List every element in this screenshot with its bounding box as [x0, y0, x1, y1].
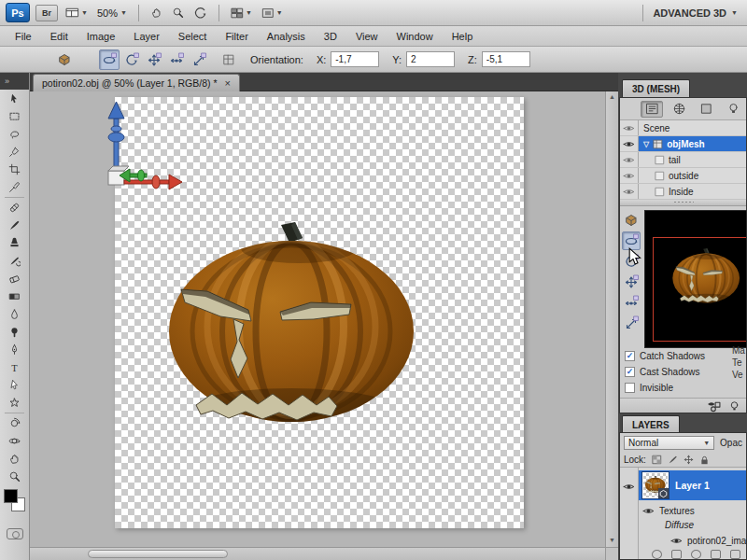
mask-icon[interactable] [711, 550, 721, 559]
panel-splitter[interactable] [620, 200, 746, 206]
menu-item-window[interactable]: Window [388, 31, 443, 42]
checkbox-cast-shadows[interactable]: ✓Cast Shadows [622, 364, 705, 380]
pan-3d-object-button[interactable] [144, 49, 164, 70]
tool-pen[interactable] [0, 341, 28, 358]
tools-panel-collapse[interactable]: » [0, 73, 29, 90]
tool-clone-stamp[interactable] [0, 234, 28, 252]
menu-item-filter[interactable]: Filter [216, 31, 257, 42]
tool-type[interactable]: T [0, 358, 28, 376]
tool-dodge[interactable] [0, 323, 28, 341]
checked-checkbox-icon[interactable]: ✓ [625, 351, 635, 361]
toggle-overlays-icon[interactable] [707, 399, 721, 413]
filter-lights-button[interactable] [722, 101, 744, 118]
screen-mode-button[interactable]: ▼ [260, 5, 285, 21]
tool-brush[interactable] [0, 217, 28, 234]
link-icon[interactable] [652, 550, 662, 559]
tree-row-inside[interactable]: Inside [620, 184, 746, 200]
tool-custom-shape[interactable] [0, 394, 28, 412]
rotate-view-button[interactable] [191, 4, 209, 21]
tab-layers[interactable]: LAYERS [622, 415, 680, 433]
orientation-y-field[interactable] [406, 51, 455, 67]
drag-mesh-button[interactable] [622, 273, 641, 291]
menu-item-3d[interactable]: 3D [315, 31, 346, 42]
tool-quick-selection[interactable] [0, 143, 28, 161]
menu-item-select[interactable]: Select [169, 31, 217, 42]
eye-icon[interactable] [623, 170, 635, 182]
eye-icon[interactable] [623, 186, 635, 198]
tree-row-tail[interactable]: tail [620, 152, 746, 168]
eye-icon[interactable] [670, 535, 683, 547]
lock-all-icon[interactable] [699, 455, 710, 465]
tool-rectangular-marquee[interactable] [0, 107, 28, 125]
tool-3d-rotate[interactable] [0, 414, 28, 432]
unchecked-checkbox-icon[interactable] [625, 383, 635, 393]
checked-checkbox-icon[interactable]: ✓ [625, 367, 635, 377]
scale-mesh-button[interactable] [622, 314, 641, 332]
tool-gradient[interactable] [0, 287, 28, 305]
tool-zoom[interactable] [0, 468, 28, 485]
scroll-up-icon[interactable]: ▲ [606, 91, 618, 103]
toggle-lights-icon[interactable] [728, 399, 740, 412]
eye-icon[interactable] [642, 505, 655, 517]
document-tab[interactable]: potiron02.obj @ 50% (Layer 1, RGB/8) * × [33, 74, 240, 91]
layer-name[interactable]: Layer 1 [675, 480, 710, 491]
view-extras-button[interactable]: ▼ [63, 4, 90, 21]
workspace-switcher[interactable]: ADVANCED 3D ▼ [653, 7, 741, 19]
orientation-z-field[interactable] [482, 51, 530, 67]
checkbox-invisible[interactable]: Invisible [622, 380, 705, 396]
slide-3d-object-button[interactable] [166, 49, 187, 70]
lock-transparency-icon[interactable] [652, 455, 662, 465]
lock-pixels-icon[interactable] [668, 455, 678, 465]
tree-row-objmesh[interactable]: ▽ objMesh [620, 136, 746, 152]
new-layer-icon[interactable] [730, 550, 740, 559]
tree-row-outside[interactable]: outside [620, 168, 746, 184]
menu-item-view[interactable]: View [346, 31, 388, 42]
menu-item-file[interactable]: File [6, 31, 41, 42]
tool-blur[interactable] [0, 305, 28, 323]
eye-icon[interactable] [623, 122, 635, 134]
zoom-tool-button[interactable] [170, 5, 186, 21]
tool-history-brush[interactable] [0, 252, 28, 270]
3d-axis-widget[interactable] [89, 100, 187, 198]
tool-3d-orbit[interactable] [0, 432, 28, 450]
menu-item-analysis[interactable]: Analysis [258, 31, 315, 42]
tool-crop[interactable] [0, 161, 28, 178]
mesh-object-button[interactable] [622, 211, 641, 230]
orientation-x-field[interactable] [331, 51, 379, 67]
canvas-area[interactable] [30, 91, 605, 547]
quick-mask-button[interactable] [7, 528, 23, 539]
eye-icon[interactable] [623, 154, 635, 166]
menu-item-layer[interactable]: Layer [124, 31, 169, 42]
tool-hand[interactable] [0, 450, 28, 468]
expander-icon[interactable]: ▽ [643, 140, 649, 148]
tool-move[interactable] [0, 90, 28, 107]
adjustment-icon[interactable] [691, 550, 701, 559]
tool-lasso[interactable] [0, 125, 28, 143]
zoom-level-dropdown[interactable]: 50% ▼ [95, 7, 129, 19]
filter-whole-scene-button[interactable] [641, 101, 663, 118]
tool-spot-healing-brush[interactable] [0, 199, 28, 217]
launch-bridge-button[interactable]: Br [35, 5, 58, 21]
reset-position-button[interactable] [218, 49, 239, 70]
filter-meshes-button[interactable] [668, 101, 690, 118]
textures-group-row[interactable]: Textures [642, 505, 695, 517]
lock-position-icon[interactable] [684, 455, 694, 465]
menu-item-edit[interactable]: Edit [41, 31, 78, 42]
foreground-color-swatch[interactable] [4, 489, 18, 503]
tab-3d-mesh[interactable]: 3D (MESH) [622, 79, 690, 97]
filter-materials-button[interactable] [695, 101, 717, 118]
menu-item-image[interactable]: Image [78, 31, 125, 42]
vertical-scrollbar[interactable]: ▲ ▼ [605, 91, 618, 547]
rotate-3d-object-button[interactable] [99, 49, 120, 70]
tree-row-scene[interactable]: Scene [620, 120, 746, 136]
slide-mesh-button[interactable] [622, 293, 641, 312]
fx-icon[interactable] [671, 550, 682, 559]
scrollbar-thumb[interactable] [88, 550, 228, 558]
layer-thumbnail[interactable] [642, 472, 669, 498]
tool-path-selection[interactable] [0, 376, 28, 394]
scale-3d-object-button[interactable] [189, 49, 209, 70]
tool-eraser[interactable] [0, 270, 28, 287]
eye-icon[interactable] [623, 481, 635, 493]
scroll-down-icon[interactable]: ▼ [606, 535, 618, 546]
blend-mode-dropdown[interactable]: Normal ▼ [624, 436, 714, 450]
